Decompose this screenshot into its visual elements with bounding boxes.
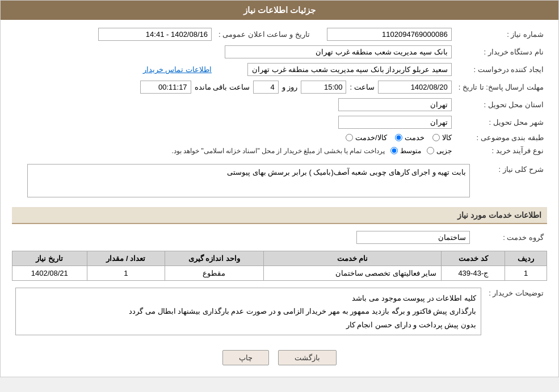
group-input[interactable] — [356, 231, 470, 244]
table-row: 1 ج-43-439 سایر فعالیتهای تخصصی ساختمان … — [12, 266, 547, 281]
ostan-label: استان محل تحویل : — [455, 96, 547, 113]
date-input[interactable] — [378, 81, 452, 94]
page-title: جزئیات اطلاعات نیاز — [1, 1, 558, 20]
col-name: نام خدمت — [263, 251, 442, 266]
tarikh-label: تاریخ و ساعت اعلان عمومی : — [215, 26, 313, 43]
print-button[interactable]: چاپ — [222, 350, 269, 365]
name-dastgah-input[interactable] — [225, 45, 452, 58]
buttons-row: بازگشت چاپ — [12, 342, 547, 371]
shahr-label: شهر محل تحویل : — [455, 113, 547, 131]
cell-code: ج-43-439 — [442, 266, 505, 281]
ijad-konande-input[interactable] — [247, 63, 452, 76]
services-title: اطلاعات خدمات مورد نیاز — [12, 207, 547, 224]
sharh-wrapper: بابت تهیه و اجرای کارهای چوبی شعبه آصف(ب… — [15, 164, 470, 199]
mohlat-label: مهلت ارسال پاسخ: تا تاریخ : — [455, 78, 547, 96]
radio-kala-khadamat-label[interactable]: کالا/خدمت — [346, 133, 387, 142]
radio-jozii-text: جزیی — [436, 147, 452, 155]
radio-jozii[interactable] — [427, 147, 434, 154]
rooz-input[interactable] — [253, 81, 279, 94]
radio-kala-text: کالا — [442, 133, 452, 142]
tozihat-label: توضیحات خریدار : — [485, 285, 547, 338]
baqi-label: ساعت باقی مانده — [195, 83, 250, 91]
shomare-niaz-input[interactable] — [327, 28, 452, 41]
saat-label: ساعت : — [350, 83, 374, 91]
tabaqe-label: طبقه بندی موضوعی : — [455, 131, 547, 144]
col-unit: واحد اندازه گیری — [165, 251, 263, 266]
radio-motovaset-text: متوسط — [400, 147, 421, 155]
shahr-input[interactable] — [338, 116, 452, 129]
cell-unit: مقطوع — [165, 266, 263, 281]
ostan-input[interactable] — [338, 98, 452, 111]
radio-kala-khadamat-text: کالا/خدمت — [355, 133, 387, 142]
group-label: گروه خدمت : — [473, 229, 547, 246]
radio-kala-khadamat[interactable] — [346, 134, 353, 141]
back-button[interactable]: بازگشت — [278, 350, 337, 365]
radio-kala-label[interactable]: کالا — [432, 133, 452, 142]
radio-khadamat-text: خدمت — [405, 133, 424, 142]
radio-motovaset-label[interactable]: متوسط — [390, 147, 421, 155]
baqi-input[interactable] — [140, 81, 191, 94]
sharh-textarea[interactable]: بابت تهیه و اجرای کارهای چوبی شعبه آصف(ب… — [27, 164, 470, 197]
tozihat-box: کلیه اطلاعات در پیوست موجود می باشد بارگ… — [15, 288, 481, 335]
process-text: پرداخت تمام یا بخشی از مبلغ خریدار از مح… — [172, 147, 385, 155]
radio-khadamat-label[interactable]: خدمت — [395, 133, 424, 142]
radio-kala[interactable] — [432, 134, 440, 141]
tarikh-input[interactable] — [98, 28, 212, 41]
cell-tedad: 1 — [87, 266, 165, 281]
shomare-niaz-label: شماره نیاز : — [455, 26, 547, 43]
cell-tarikh: 1402/08/21 — [12, 266, 87, 281]
cell-name: سایر فعالیتهای تخصصی ساختمان — [263, 266, 442, 281]
radio-motovaset[interactable] — [390, 147, 398, 154]
saat-input[interactable] — [301, 81, 346, 94]
rooz-label: روز و — [282, 83, 298, 91]
col-tarikh: تاریخ نیاز — [12, 251, 87, 266]
col-tedad: تعداد / مقدار — [87, 251, 165, 266]
name-dastgah-label: نام دستگاه خریدار : — [455, 43, 547, 61]
col-code: کد خدمت — [442, 251, 505, 266]
ijad-konande-label: ایجاد کننده درخواست : — [455, 61, 547, 78]
cell-radif: 1 — [505, 266, 547, 281]
col-radif: ردیف — [505, 251, 547, 266]
sharh-label: شرح کلی نیاز : — [473, 162, 547, 201]
nooe-farayand-label: نوع فرآیند خرید : — [455, 144, 547, 157]
ittelaaat-tamas-link[interactable]: اطلاعات تماس خریدار — [143, 65, 212, 74]
radio-khadamat[interactable] — [395, 134, 402, 141]
services-table: ردیف کد خدمت نام خدمت واحد اندازه گیری ت… — [12, 251, 547, 281]
radio-jozii-label[interactable]: جزیی — [427, 147, 452, 155]
